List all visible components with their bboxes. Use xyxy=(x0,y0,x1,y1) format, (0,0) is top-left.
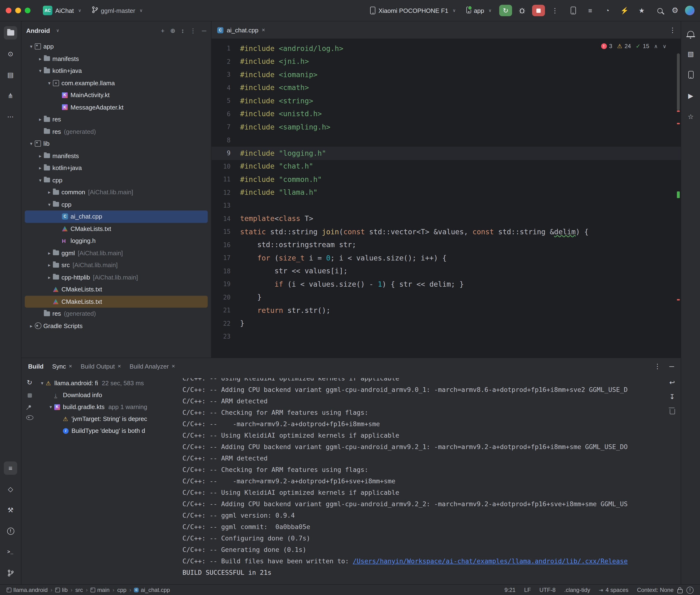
tool-strip-assistant[interactable]: ☆ xyxy=(684,110,697,123)
status-widget[interactable]: ⇥4 spaces xyxy=(599,587,628,593)
project-view-selector[interactable]: Android xyxy=(26,27,50,34)
tree-chevron-icon[interactable]: ▾ xyxy=(37,68,44,74)
project-tree-item[interactable]: ▾lib xyxy=(25,138,208,150)
project-tree-item[interactable]: CMakeLists.txt xyxy=(25,223,208,235)
sync-tree-item[interactable]: ↓Download info xyxy=(38,389,177,401)
logcat-button[interactable]: ≡ xyxy=(585,5,595,16)
profile-avatar[interactable] xyxy=(685,6,695,15)
tree-chevron-icon[interactable]: ▾ xyxy=(47,404,54,409)
code-line[interactable]: 20 } xyxy=(212,291,681,304)
status-widget[interactable]: UTF-8 xyxy=(539,587,556,593)
console-file-link[interactable]: /Users/hanyin/Workspace/ai-chat/examples… xyxy=(353,557,627,565)
project-tree-item[interactable]: ▸src[AiChat.lib.main] xyxy=(25,259,208,271)
code-line[interactable]: 3#include <iomanip> xyxy=(212,68,681,81)
writable-lock-icon[interactable] xyxy=(677,589,682,593)
project-tree-item[interactable]: ▸ggml[AiChat.lib.main] xyxy=(25,247,208,259)
project-tree-item[interactable]: ▸cpp-httplib[AiChat.lib.main] xyxy=(25,271,208,283)
project-tree-item[interactable]: ▾com.example.llama xyxy=(25,77,208,89)
run-configuration-selector[interactable]: app ∨ xyxy=(463,5,495,16)
debug-button[interactable] xyxy=(517,5,527,16)
code-line[interactable]: 15static std::string join(const std::vec… xyxy=(212,225,681,238)
locate-file-button[interactable]: ⊕ xyxy=(170,27,175,34)
highlighting-level-icon[interactable]: ! xyxy=(687,587,694,594)
tool-strip-notifications[interactable] xyxy=(684,26,697,39)
minimize-window-button[interactable] xyxy=(15,8,21,13)
tree-chevron-icon[interactable]: ▸ xyxy=(37,166,44,171)
project-tree-item[interactable]: Hlogging.h xyxy=(25,235,208,247)
project-tree-item[interactable]: KMainActivity.kt xyxy=(25,89,208,101)
energy-button[interactable]: ⚡ xyxy=(619,5,630,16)
editor-options-button[interactable]: ⋮ xyxy=(669,27,676,33)
filter-view-icon[interactable] xyxy=(26,415,33,420)
tool-strip-commit[interactable]: ⊙ xyxy=(4,47,17,60)
close-tab-icon[interactable]: × xyxy=(172,363,175,370)
pin-icon[interactable] xyxy=(28,405,31,408)
project-tree-item[interactable]: ▾cpp xyxy=(25,174,208,186)
code-line[interactable]: 8 xyxy=(212,134,681,147)
project-tree-item[interactable]: Cai_chat.cpp xyxy=(25,210,208,223)
search-everywhere-button[interactable] xyxy=(654,5,665,16)
close-tab-icon[interactable]: × xyxy=(118,363,121,370)
breadcrumb-item[interactable]: cpp xyxy=(117,587,127,593)
project-options-button[interactable]: ⋮ xyxy=(190,27,196,34)
code-line[interactable]: 12#include "llama.h" xyxy=(212,186,681,199)
code-line[interactable]: 23 xyxy=(212,330,681,343)
tree-chevron-icon[interactable]: ▸ xyxy=(37,117,44,122)
code-line[interactable]: 22} xyxy=(212,317,681,330)
project-tree-item[interactable]: ▸common[AiChat.lib.main] xyxy=(25,186,208,198)
project-tree-item[interactable]: ▸Gradle Scripts xyxy=(25,320,208,332)
project-tree-item[interactable]: CMakeLists.txt xyxy=(25,295,208,308)
tree-chevron-icon[interactable]: ▾ xyxy=(46,202,53,207)
editor-scrollbar[interactable] xyxy=(676,39,681,358)
settings-button[interactable]: ⚙ xyxy=(670,5,680,16)
project-tree-item[interactable]: KMessageAdapter.kt xyxy=(25,101,208,113)
code-line[interactable]: 21 return str.str(); xyxy=(212,304,681,317)
build-panel-title[interactable]: Build xyxy=(28,363,44,370)
code-line[interactable]: 5#include <string> xyxy=(212,94,681,107)
scroll-to-end-button[interactable]: ↧ xyxy=(669,393,675,400)
breadcrumb-item[interactable]: main xyxy=(90,587,110,593)
project-tree-item[interactable]: res(generated) xyxy=(25,125,208,138)
zoom-window-button[interactable] xyxy=(25,8,30,13)
project-tree-item[interactable]: res(generated) xyxy=(25,308,208,320)
stop-button[interactable] xyxy=(532,5,545,16)
error-stripe-mark[interactable] xyxy=(677,123,680,124)
tree-chevron-icon[interactable]: ▾ xyxy=(38,380,46,386)
tool-strip-terminal[interactable]: >_ xyxy=(4,545,17,559)
vcs-branch-selector[interactable]: ggml-master ∨ xyxy=(89,5,145,16)
build-console[interactable]: C/C++: -- Using KleidiAI optimized kerne… xyxy=(177,374,664,586)
device-manager-button[interactable] xyxy=(568,5,578,16)
close-window-button[interactable] xyxy=(6,8,11,13)
tool-strip-structure[interactable]: ▤ xyxy=(4,68,17,81)
add-button[interactable]: + xyxy=(161,27,165,34)
code-line[interactable]: 4#include <cmath> xyxy=(212,81,681,94)
device-selector[interactable]: Xiaomi POCOPHONE F1 ∨ xyxy=(367,5,459,16)
tree-chevron-icon[interactable]: ▸ xyxy=(46,251,53,256)
sync-tree-item[interactable]: ▾⚠llama.android: fi22 sec, 583 ms xyxy=(38,377,177,389)
gemini-button[interactable]: ★ xyxy=(636,5,647,16)
project-tree-item[interactable]: CMakeLists.txt xyxy=(25,283,208,295)
inspections-widget[interactable]: !3 ⚠24 ✓15 ∧ ∨ xyxy=(601,43,666,50)
tree-chevron-icon[interactable]: ▾ xyxy=(37,178,44,183)
project-tree-item[interactable]: ▸res xyxy=(25,113,208,125)
code-line[interactable]: 7#include <sampling.h> xyxy=(212,120,681,134)
tool-strip-more-tool-windows[interactable]: ⋯ xyxy=(4,110,17,123)
code-area[interactable]: 1#include <android/log.h>2#include <jni.… xyxy=(212,39,681,358)
code-line[interactable]: 11#include "common.h" xyxy=(212,173,681,186)
tree-chevron-icon[interactable]: ▾ xyxy=(28,141,35,146)
close-tab-icon[interactable]: × xyxy=(69,363,72,370)
next-problem-button[interactable]: ∨ xyxy=(663,44,666,49)
more-run-options-button[interactable]: ⋮ xyxy=(550,5,560,16)
status-widget[interactable]: Context: None xyxy=(637,587,674,593)
hide-build-panel-button[interactable]: ─ xyxy=(669,363,674,370)
tree-chevron-icon[interactable]: ▾ xyxy=(46,81,53,86)
error-stripe-mark[interactable] xyxy=(677,111,680,112)
tree-chevron-icon[interactable]: ▸ xyxy=(46,275,53,280)
sync-tree-item[interactable]: ▾Kbuild.gradle.ktsapp 1 warning xyxy=(38,401,177,413)
soft-wrap-button[interactable]: ↩ xyxy=(669,379,675,386)
build-tab-sync[interactable]: Sync× xyxy=(52,363,72,370)
code-line[interactable]: 18 str << values[i]; xyxy=(212,264,681,278)
code-line[interactable]: 16 std::ostringstream str; xyxy=(212,238,681,251)
breadcrumb-item[interactable]: llama.android xyxy=(7,587,48,593)
tree-chevron-icon[interactable]: ▸ xyxy=(37,56,44,61)
